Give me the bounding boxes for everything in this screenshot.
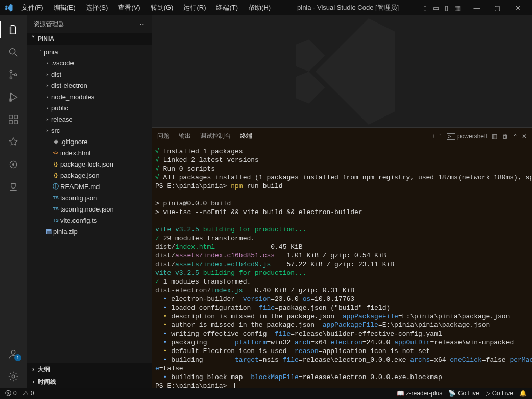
menu-item[interactable]: 帮助(H): [244, 1, 275, 14]
terminal-line: [155, 191, 528, 199]
tree-folder[interactable]: ˅pinia: [27, 46, 152, 57]
tab-problems[interactable]: 问题: [157, 130, 170, 143]
tree-item-label: .vscode: [51, 59, 74, 67]
activity-search[interactable]: [0, 41, 27, 63]
tree-file[interactable]: ⓘ README.md: [27, 181, 152, 192]
title-bar: 文件(F)编辑(E)选择(S)查看(V)转到(G)运行(R)终端(T)帮助(H)…: [0, 0, 532, 15]
tree-folder[interactable]: ›dist-electron: [27, 80, 152, 91]
tree-file[interactable]: TS tsconfig.json: [27, 192, 152, 203]
activity-extra-1[interactable]: [0, 131, 27, 153]
file-icon: TS: [51, 218, 60, 223]
new-terminal-button[interactable]: ＋ ˅: [431, 132, 441, 140]
menu-item[interactable]: 转到(G): [147, 1, 178, 14]
status-item[interactable]: 📡Go Live: [448, 390, 479, 397]
tree-item-label: public: [51, 104, 68, 112]
menu-item[interactable]: 编辑(E): [50, 1, 80, 14]
file-icon: TS: [51, 195, 60, 200]
split-terminal-icon[interactable]: ▥: [492, 133, 497, 140]
terminal-line: • writing effective config file=release\…: [155, 330, 528, 338]
tree-file[interactable]: {} package-lock.json: [27, 158, 152, 170]
vscode-logo-icon: [4, 3, 13, 12]
status-errors[interactable]: ⓧ0: [5, 389, 17, 398]
sidebar-more-icon[interactable]: ···: [140, 20, 145, 28]
tree-folder[interactable]: ›dist: [27, 68, 152, 80]
layout-grid-icon[interactable]: ▦: [454, 4, 461, 12]
tree-folder[interactable]: ›src: [27, 125, 152, 136]
tab-debug-console[interactable]: 调试控制台: [200, 130, 231, 143]
tab-terminal[interactable]: 终端: [240, 130, 252, 143]
terminal-shell-label[interactable]: >_powershell: [447, 133, 487, 140]
menu-item[interactable]: 选择(S): [82, 1, 112, 14]
svg-rect-6: [9, 115, 12, 119]
terminal-line: • description is missed in the package.j…: [155, 312, 528, 321]
toggle-panel-left-icon[interactable]: ▯: [423, 4, 427, 12]
menu-item[interactable]: 查看(V): [114, 1, 144, 14]
status-item[interactable]: ▷Go Live: [486, 390, 513, 397]
status-item[interactable]: 📖z-reader-plus: [397, 390, 443, 397]
terminal-line: PS E:\pinia\pinia>: [155, 382, 528, 388]
tree-folder[interactable]: ›public: [27, 102, 152, 113]
activity-run-debug[interactable]: [0, 86, 27, 108]
window-title: pinia - Visual Studio Code [管理员]: [275, 3, 421, 12]
chevron-right-icon: ›: [44, 116, 51, 122]
tree-item-label: pinia: [44, 48, 58, 56]
sidebar: 资源管理器 ··· ˅ PINIA ˅pinia›.vscode›dist›di…: [27, 15, 152, 388]
chevron-right-icon: ›: [44, 83, 51, 88]
activity-extensions[interactable]: [0, 108, 27, 131]
activity-accounts[interactable]: 1: [0, 343, 27, 365]
explorer-root-header[interactable]: ˅ PINIA: [27, 33, 152, 45]
tree-folder[interactable]: ›release: [27, 113, 152, 125]
tree-item-label: release: [51, 115, 73, 123]
vscode-watermark-icon: [276, 15, 408, 127]
svg-rect-7: [9, 121, 12, 124]
tree-file[interactable]: ◈ .gitignore: [27, 136, 152, 147]
status-item-label: z-reader-plus: [406, 390, 443, 397]
tree-folder[interactable]: ›node_modules: [27, 91, 152, 102]
terminal-line: dist/assets/index.c16bd851.css 1.01 KiB …: [155, 251, 528, 260]
activity-extra-3[interactable]: [0, 176, 27, 198]
outline-section[interactable]: › 大纲: [27, 363, 152, 375]
file-icon: {}: [51, 161, 60, 167]
tree-file[interactable]: TS tsconfig.node.json: [27, 203, 152, 215]
warning-icon: ⚠: [23, 390, 29, 397]
terminal-line: vite v3.2.5 building for production...: [155, 269, 528, 277]
tree-file[interactable]: <> index.html: [27, 147, 152, 158]
layout-controls[interactable]: ▯ ▭ ▯ ▦: [421, 4, 463, 12]
window-maximize-button[interactable]: ▢: [487, 0, 507, 15]
status-warnings[interactable]: ⚠0: [23, 390, 34, 397]
chevron-right-icon: ›: [44, 94, 51, 100]
activity-extra-2[interactable]: [0, 153, 27, 176]
window-minimize-button[interactable]: —: [467, 0, 487, 15]
activity-settings[interactable]: [0, 365, 27, 388]
kill-terminal-icon[interactable]: 🗑: [502, 133, 509, 140]
status-item-icon: ▷: [486, 390, 490, 397]
tree-item-label: package-lock.json: [60, 160, 113, 168]
timeline-section[interactable]: › 时间线: [27, 375, 152, 388]
activity-explorer[interactable]: [0, 18, 27, 41]
svg-point-2: [10, 70, 12, 72]
window-close-button[interactable]: ✕: [507, 0, 528, 15]
panel-close-icon[interactable]: ✕: [522, 133, 527, 140]
file-icon: ⓘ: [51, 182, 60, 191]
terminal-line: dist-electron/index.js 0.40 KiB / gzip: …: [155, 286, 528, 295]
activity-source-control[interactable]: [0, 63, 27, 86]
status-item[interactable]: 🔔: [519, 390, 527, 397]
chevron-right-icon: ›: [44, 105, 51, 111]
status-item-label: Go Live: [458, 390, 479, 397]
file-tree[interactable]: ˅pinia›.vscode›dist›dist-electron›node_m…: [27, 45, 152, 363]
toggle-panel-bottom-icon[interactable]: ▭: [433, 4, 439, 12]
tree-folder[interactable]: ›.vscode: [27, 57, 152, 68]
tree-file[interactable]: {} package.json: [27, 170, 152, 181]
tree-file[interactable]: ▤ pinia.zip: [27, 226, 152, 237]
tab-output[interactable]: 输出: [179, 130, 191, 143]
toggle-panel-right-icon[interactable]: ▯: [445, 4, 448, 12]
terminal-line: vite v3.2.5 building for production...: [155, 225, 528, 234]
panel-maximize-icon[interactable]: ^: [514, 133, 517, 140]
sidebar-header: 资源管理器 ···: [27, 15, 152, 33]
menu-item[interactable]: 文件(F): [17, 1, 47, 14]
tree-file[interactable]: TS vite.config.ts: [27, 215, 152, 226]
menu-item[interactable]: 终端(T): [212, 1, 242, 14]
menu-item[interactable]: 运行(R): [179, 1, 210, 14]
tree-item-label: src: [51, 127, 60, 134]
terminal-output[interactable]: √ Installed 1 packages√ Linked 2 latest …: [152, 145, 532, 388]
